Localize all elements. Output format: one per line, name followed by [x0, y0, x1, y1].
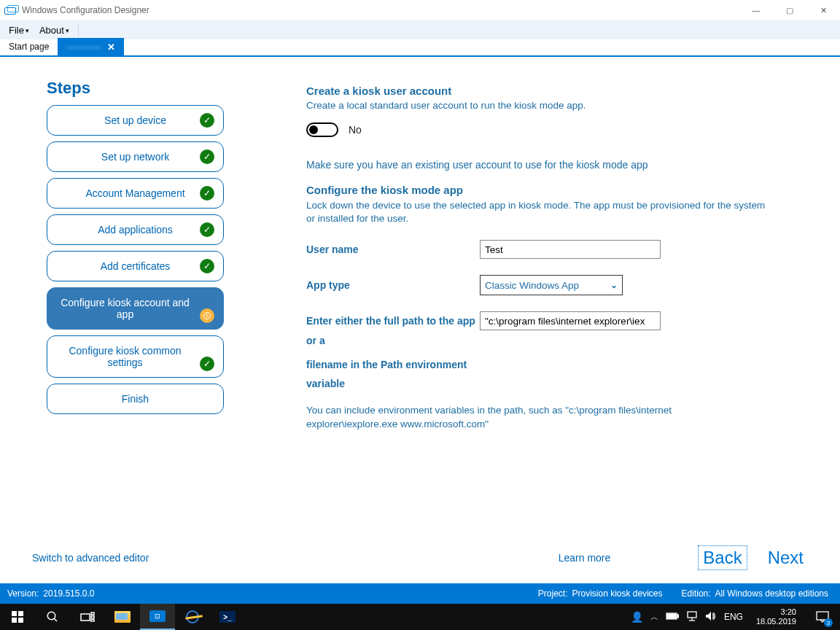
- step-configure-kiosk-account-app[interactable]: Configure kiosk account and app: [47, 287, 224, 330]
- section-heading-create-account: Create a kiosk user account: [306, 85, 802, 97]
- wizard-footer: Switch to advanced editor Learn more Bac…: [0, 532, 840, 583]
- edition-value: All Windows desktop editions: [715, 588, 828, 599]
- apptype-select[interactable]: Classic Windows App ⌄: [480, 275, 623, 295]
- menu-file-label: File: [9, 25, 24, 36]
- step-finish[interactable]: Finish: [47, 384, 224, 414]
- step-add-certificates[interactable]: Add certificates ✓: [47, 251, 224, 281]
- apptype-value: Classic Windows App: [485, 280, 579, 291]
- taskbar-wcd[interactable]: ⊡: [140, 604, 175, 630]
- powershell-icon: >_: [219, 611, 236, 623]
- check-icon: ✓: [200, 357, 214, 371]
- system-tray: 👤 ︿ ENG 3:20 18.05.2019 3: [631, 604, 840, 630]
- back-button[interactable]: Back: [698, 545, 747, 570]
- titlebar: Windows Configuration Designer — ▢ ✕: [0, 0, 840, 20]
- field-apptype: App type Classic Windows App ⌄: [306, 275, 802, 295]
- in-progress-icon: [200, 308, 214, 323]
- step-label: Configure kiosk common settings: [56, 345, 194, 368]
- taskbar-internet-explorer[interactable]: [175, 604, 210, 630]
- field-app-path: Enter either the full path to the app or…: [306, 311, 802, 350]
- step-label: Configure kiosk account and app: [56, 297, 194, 320]
- window-close-button[interactable]: ✕: [806, 0, 840, 20]
- apptype-label: App type: [306, 279, 480, 291]
- username-input[interactable]: [480, 240, 661, 259]
- create-account-toggle[interactable]: [306, 122, 338, 137]
- step-set-up-device[interactable]: Set up device ✓: [47, 105, 224, 136]
- step-label: Add applications: [98, 224, 173, 236]
- app-icon: [4, 6, 18, 15]
- step-label: Finish: [122, 393, 149, 405]
- file-explorer-icon: [114, 611, 131, 623]
- check-icon: ✓: [200, 222, 214, 237]
- svg-rect-3: [12, 618, 17, 623]
- check-icon: ✓: [200, 259, 214, 273]
- toggle-value-label: No: [349, 124, 362, 136]
- battery-icon[interactable]: [666, 612, 679, 622]
- maximize-button[interactable]: ▢: [773, 0, 806, 20]
- username-label: User name: [306, 244, 480, 255]
- next-button[interactable]: Next: [763, 546, 808, 569]
- chevron-down-icon: ▾: [26, 27, 29, 34]
- step-label: Add certificates: [101, 260, 171, 272]
- apppath-label-2: filename in the Path environment variabl…: [306, 355, 480, 394]
- svg-line-6: [54, 618, 57, 621]
- toggle-knob: [309, 125, 318, 134]
- minimize-button[interactable]: —: [739, 0, 773, 20]
- existing-account-note: Make sure you have an existing user acco…: [306, 159, 802, 171]
- start-button[interactable]: [0, 604, 35, 630]
- taskbar-powershell[interactable]: >_: [210, 604, 245, 630]
- section-desc: Lock down the device to use the selected…: [306, 199, 773, 225]
- apppath-input[interactable]: [480, 311, 661, 330]
- version-value: 2019.515.0.0: [43, 588, 94, 599]
- tab-start-page[interactable]: Start page: [0, 38, 58, 55]
- menu-about-label: About: [39, 25, 64, 36]
- action-center-button[interactable]: 3: [809, 604, 836, 630]
- tabstrip: Start page ———— ✕: [0, 39, 840, 57]
- apppath-label: Enter either the full path to the app or…: [306, 311, 480, 350]
- apppath-hint: You can include environment variables in…: [306, 404, 758, 432]
- app-status-bar: Version: 2019.515.0.0 Project: Provision…: [0, 583, 840, 604]
- people-icon[interactable]: 👤: [631, 611, 643, 623]
- create-account-toggle-row: No: [306, 122, 802, 137]
- section-heading-configure-app: Configure the kiosk mode app: [306, 184, 802, 196]
- menu-about[interactable]: About▾: [35, 23, 74, 38]
- menu-separator: [78, 25, 79, 36]
- search-button[interactable]: [35, 604, 70, 630]
- clock[interactable]: 3:20 18.05.2019: [750, 607, 802, 626]
- language-indicator[interactable]: ENG: [724, 612, 743, 622]
- steps-heading: Steps: [47, 79, 236, 98]
- version-label: Version:: [7, 588, 39, 599]
- svg-point-5: [47, 612, 55, 620]
- tab-label: Start page: [9, 42, 49, 52]
- tab-project[interactable]: ———— ✕: [58, 38, 124, 55]
- learn-more-link[interactable]: Learn more: [559, 552, 611, 564]
- ie-icon: [186, 610, 199, 623]
- menu-file[interactable]: File▾: [4, 23, 34, 38]
- tab-label: ————: [66, 42, 101, 51]
- notification-badge: 3: [824, 618, 833, 627]
- project-value: Provision kiosk devices: [572, 588, 662, 599]
- svg-rect-9: [91, 616, 94, 618]
- chevron-down-icon: ⌄: [610, 280, 618, 290]
- task-view-button[interactable]: [70, 604, 105, 630]
- edition-label: Edition:: [682, 588, 711, 599]
- step-add-applications[interactable]: Add applications ✓: [47, 214, 224, 245]
- network-icon[interactable]: [686, 611, 698, 623]
- step-set-up-network[interactable]: Set up network ✓: [47, 141, 224, 172]
- steps-sidebar: Steps Set up device ✓ Set up network ✓ A…: [47, 79, 236, 420]
- step-label: Set up device: [104, 114, 166, 126]
- svg-rect-2: [18, 611, 23, 616]
- volume-icon[interactable]: [705, 611, 717, 623]
- tray-chevron-up-icon[interactable]: ︿: [650, 612, 658, 623]
- windows-taskbar: ⊡ >_ 👤 ︿ ENG 3:20 18.05.2019 3: [0, 604, 840, 630]
- check-icon: ✓: [200, 186, 214, 201]
- svg-rect-4: [18, 618, 23, 623]
- wcd-icon: ⊡: [149, 610, 166, 622]
- taskbar-file-explorer[interactable]: [105, 604, 140, 630]
- step-configure-kiosk-common-settings[interactable]: Configure kiosk common settings ✓: [47, 335, 224, 378]
- window-title: Windows Configuration Designer: [22, 5, 149, 15]
- switch-advanced-editor-link[interactable]: Switch to advanced editor: [32, 552, 149, 564]
- step-account-management[interactable]: Account Management ✓: [47, 178, 224, 209]
- tab-close-icon[interactable]: ✕: [107, 42, 115, 52]
- form-panel: Create a kiosk user account Create a loc…: [306, 79, 802, 432]
- clock-date: 18.05.2019: [756, 617, 796, 626]
